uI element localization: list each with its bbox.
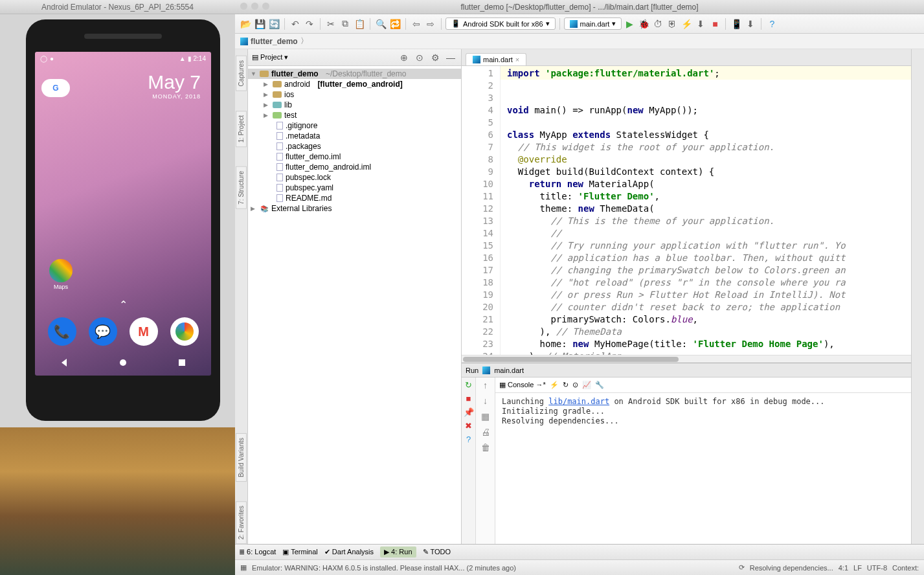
run-icon[interactable]: ▶ xyxy=(623,17,636,30)
desktop-wallpaper xyxy=(0,427,235,575)
redo-icon[interactable]: ↷ xyxy=(303,17,316,30)
library-icon: 📚 xyxy=(260,204,269,213)
home-nav-icon[interactable] xyxy=(118,357,128,368)
dart-analysis-tab[interactable]: ✔ Dart Analysis xyxy=(324,548,374,556)
run-panel-label: Run xyxy=(466,366,479,374)
flutter-icon xyxy=(473,56,480,63)
sdk-icon[interactable]: ⬇ xyxy=(744,17,757,30)
flutter-icon xyxy=(570,20,578,28)
trash-icon[interactable]: 🗑 xyxy=(481,442,490,453)
favorites-sidetab[interactable]: 2: Favorites xyxy=(236,501,247,544)
replace-icon[interactable]: 🔁 xyxy=(389,17,401,30)
context-label[interactable]: Context: xyxy=(892,564,919,572)
app-drawer-arrow-icon[interactable]: ⌃ xyxy=(119,299,128,311)
layout-icon[interactable]: ▦ xyxy=(481,411,490,422)
project-tree[interactable]: ▼flutter_demo ~/Desktop/flutter_demo ▶an… xyxy=(248,66,461,544)
close-run-icon[interactable]: ✖ xyxy=(465,421,472,431)
svg-rect-2 xyxy=(179,359,185,366)
svg-point-1 xyxy=(120,359,126,366)
debug-icon[interactable]: 🐞 xyxy=(637,17,650,30)
breadcrumb[interactable]: flutter_demo〉 xyxy=(235,34,924,49)
coverage-icon[interactable]: ⛨ xyxy=(666,17,679,30)
phone-app-icon[interactable]: 📞 xyxy=(48,317,76,346)
editor-tab[interactable]: main.dart× xyxy=(466,53,526,65)
main-toolbar: 📂 💾 🔄 ↶ ↷ ✂ ⧉ 📋 🔍 🔁 ⇦ ⇨ 📱Android SDK bui… xyxy=(235,14,924,34)
horizontal-scrollbar[interactable] xyxy=(462,355,911,363)
open-icon[interactable]: 📂 xyxy=(239,17,252,30)
chart-icon[interactable]: 📈 xyxy=(582,381,591,389)
line-gutter: 123456789101112131415161718192021222324 xyxy=(462,66,501,355)
flutter-icon xyxy=(482,366,490,374)
open-devtools-icon[interactable]: ⊙ xyxy=(572,381,578,389)
console-tab[interactable]: ▦ Console →* xyxy=(499,381,546,389)
ide-status-icon[interactable]: ▦ xyxy=(240,563,247,572)
home-date-sub: MONDAY, 2018 xyxy=(148,93,201,100)
pin-icon[interactable]: 📌 xyxy=(464,407,474,417)
phone-screen[interactable]: ◯● ▲▮2:14 G May 7 MONDAY, 2018 Maps ⌃ 📞 … xyxy=(35,52,211,376)
project-view-selector[interactable]: ▤ Project ▾ xyxy=(252,53,288,62)
hot-reload-icon[interactable]: ⚡ xyxy=(680,17,693,30)
print-icon[interactable]: 🖨 xyxy=(481,427,490,437)
stop-run-icon[interactable]: ■ xyxy=(466,394,471,403)
maps-app-icon[interactable]: Maps xyxy=(48,259,74,290)
attach-icon[interactable]: ⬇ xyxy=(694,17,707,30)
google-search-pill[interactable]: G xyxy=(41,79,70,97)
cut-icon[interactable]: ✂ xyxy=(324,17,337,30)
device-selector[interactable]: 📱Android SDK built for x86▾ xyxy=(445,17,556,30)
hide-icon[interactable]: — xyxy=(444,51,457,64)
target-icon[interactable]: ⊙ xyxy=(413,51,426,64)
dot-icon: ● xyxy=(50,55,54,62)
sync-icon[interactable]: 🔄 xyxy=(267,17,280,30)
up-icon[interactable]: ↑ xyxy=(483,380,488,390)
todo-tab[interactable]: ✎ TODO xyxy=(423,548,451,556)
copy-icon[interactable]: ⧉ xyxy=(339,17,352,30)
down-icon[interactable]: ↓ xyxy=(483,396,488,406)
find-icon[interactable]: 🔍 xyxy=(374,17,387,30)
back-icon[interactable]: ⇦ xyxy=(410,17,423,30)
chrome-app-icon[interactable] xyxy=(170,317,199,346)
profile-icon[interactable]: ⏱ xyxy=(651,17,664,30)
avd-icon[interactable]: 📱 xyxy=(730,17,743,30)
line-sep[interactable]: LF xyxy=(853,564,862,572)
gmail-app-icon[interactable]: M xyxy=(130,317,158,346)
stop-icon[interactable]: ■ xyxy=(708,17,721,30)
console-link[interactable]: lib/main.dart xyxy=(548,397,609,406)
messages-app-icon[interactable]: 💬 xyxy=(89,317,117,346)
save-icon[interactable]: 💾 xyxy=(253,17,266,30)
paste-icon[interactable]: 📋 xyxy=(353,17,366,30)
undo-icon[interactable]: ↶ xyxy=(289,17,302,30)
flash-icon[interactable]: ⚡ xyxy=(550,381,559,389)
traffic-close-icon[interactable] xyxy=(240,3,247,10)
traffic-min-icon[interactable] xyxy=(251,3,258,10)
console-output[interactable]: Launching lib/main.dart on Android SDK b… xyxy=(495,393,911,430)
help-run-icon[interactable]: ? xyxy=(466,434,471,444)
ide-window-title: flutter_demo [~/Desktop/flutter_demo] - … xyxy=(235,0,924,14)
help-icon[interactable]: ? xyxy=(765,17,778,30)
run-config-selector[interactable]: main.dart▾ xyxy=(564,17,622,30)
run-script-name: main.dart xyxy=(494,366,524,374)
captures-sidetab[interactable]: Captures xyxy=(236,56,247,91)
phone-frame: ◯● ▲▮2:14 G May 7 MONDAY, 2018 Maps ⌃ 📞 … xyxy=(26,19,220,421)
project-panel: ▤ Project ▾ ⊕ ⊙ ⚙ — ▼flutter_demo ~/Desk… xyxy=(248,49,462,544)
restart-icon[interactable]: ↻ xyxy=(563,381,569,389)
run-tab[interactable]: ▶ 4: Run xyxy=(380,547,416,558)
back-nav-icon[interactable] xyxy=(59,357,69,368)
terminal-tab[interactable]: ▣ Terminal xyxy=(282,548,317,556)
project-sidetab[interactable]: 1: Project xyxy=(236,111,247,147)
code-editor[interactable]: 123456789101112131415161718192021222324 … xyxy=(462,66,911,355)
file-encoding[interactable]: UTF-8 xyxy=(867,564,887,572)
logcat-tab[interactable]: ≣ 6: Logcat xyxy=(239,548,276,556)
inspector-icon[interactable]: 🔧 xyxy=(595,381,604,389)
structure-sidetab[interactable]: 7: Structure xyxy=(236,166,247,209)
traffic-max-icon[interactable] xyxy=(262,3,269,10)
signal-icon: ▲ xyxy=(179,55,186,62)
recents-nav-icon[interactable] xyxy=(177,357,187,368)
forward-icon[interactable]: ⇨ xyxy=(424,17,437,30)
close-tab-icon[interactable]: × xyxy=(515,56,519,63)
rerun-icon[interactable]: ↻ xyxy=(465,380,472,390)
home-date: May 7 xyxy=(148,71,201,93)
gear-icon[interactable]: ⚙ xyxy=(429,51,442,64)
svg-marker-0 xyxy=(62,359,67,366)
variants-sidetab[interactable]: Build Variants xyxy=(236,433,247,482)
collapse-icon[interactable]: ⊕ xyxy=(398,51,411,64)
